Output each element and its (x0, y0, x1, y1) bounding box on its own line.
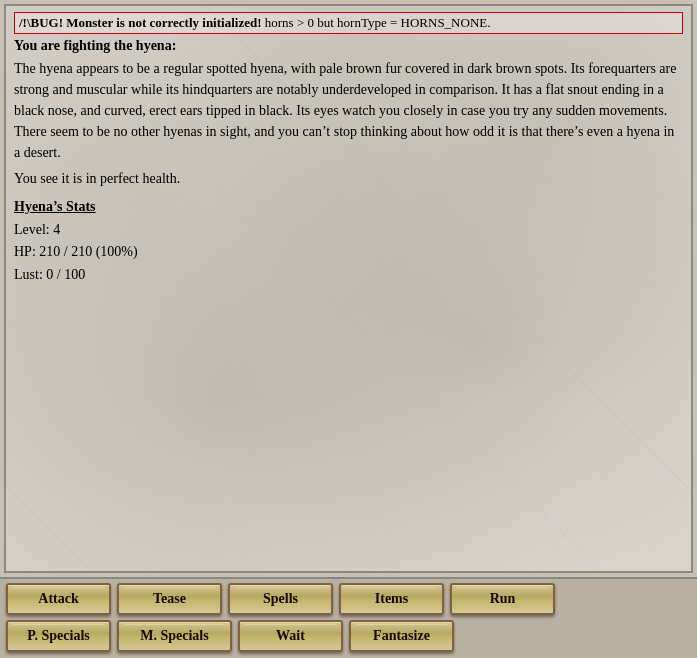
bug-detail: horns > 0 but hornType = HORNS_NONE. (262, 15, 491, 30)
stats-header: Hyena’s Stats (14, 199, 683, 215)
combat-content: You are fighting the hyena: The hyena ap… (14, 38, 683, 286)
stat-lust: Lust: 0 / 100 (14, 264, 683, 286)
m-specials-button[interactable]: M. Specials (117, 620, 232, 652)
tease-button[interactable]: Tease (117, 583, 222, 615)
attack-button[interactable]: Attack (6, 583, 111, 615)
fighting-header: You are fighting the hyena: (14, 38, 683, 54)
health-status: You see it is in perfect health. (14, 171, 683, 187)
bug-prefix: /!\BUG! Monster is not correctly initial… (19, 15, 262, 30)
fighting-label: You are fighting the hyena: (14, 38, 176, 53)
stats-list: Level: 4 HP: 210 / 210 (100%) Lust: 0 / … (14, 219, 683, 286)
text-area: /!\BUG! Monster is not correctly initial… (4, 4, 693, 573)
items-button[interactable]: Items (339, 583, 444, 615)
button-row-2: P. Specials M. Specials Wait Fantasize (6, 620, 691, 652)
run-button[interactable]: Run (450, 583, 555, 615)
button-area: Attack Tease Spells Items Run P. Special… (0, 577, 697, 658)
enemy-description: The hyena appears to be a regular spotte… (14, 58, 683, 163)
spells-button[interactable]: Spells (228, 583, 333, 615)
wait-button[interactable]: Wait (238, 620, 343, 652)
stat-hp: HP: 210 / 210 (100%) (14, 241, 683, 263)
main-container: /!\BUG! Monster is not correctly initial… (0, 0, 697, 658)
p-specials-button[interactable]: P. Specials (6, 620, 111, 652)
fantasize-button[interactable]: Fantasize (349, 620, 454, 652)
bug-message: /!\BUG! Monster is not correctly initial… (14, 12, 683, 34)
button-row-1: Attack Tease Spells Items Run (6, 583, 691, 615)
stat-level: Level: 4 (14, 219, 683, 241)
